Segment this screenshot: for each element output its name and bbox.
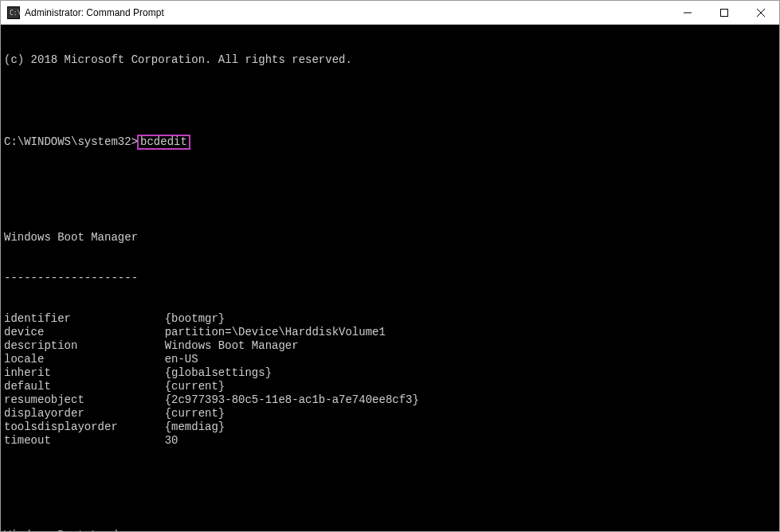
title-bar: C:\ Administrator: Command Prompt xyxy=(1,1,779,25)
section1-separator: -------------------- xyxy=(4,272,776,285)
cmd-icon: C:\ xyxy=(7,6,20,19)
section2-header: Windows Boot Loader xyxy=(4,529,776,531)
output-row: description Windows Boot Manager xyxy=(4,339,776,353)
output-row: identifier {bootmgr} xyxy=(4,312,776,326)
section1-rows: identifier {bootmgr}device partition=\De… xyxy=(4,312,776,448)
section1-header: Windows Boot Manager xyxy=(4,231,776,244)
close-button[interactable] xyxy=(743,1,779,24)
output-row: locale en-US xyxy=(4,353,776,366)
prompt-line-1: C:\WINDOWS\system32>bcdedit xyxy=(4,135,776,150)
output-row: device partition=\Device\HarddiskVolume1 xyxy=(4,326,776,339)
output-row: inherit {globalsettings} xyxy=(4,366,776,380)
output-row: resumeobject {2c977393-80c5-11e8-ac1b-a7… xyxy=(4,393,776,407)
window-controls xyxy=(669,1,779,24)
svg-rect-4 xyxy=(721,9,728,16)
copyright-line: (c) 2018 Microsoft Corporation. All righ… xyxy=(4,53,776,67)
output-row: timeout 30 xyxy=(4,434,776,448)
terminal-area[interactable]: (c) 2018 Microsoft Corporation. All righ… xyxy=(1,25,779,531)
command-prompt-window: C:\ Administrator: Command Prompt (c) 20… xyxy=(0,0,780,532)
window-title: Administrator: Command Prompt xyxy=(25,7,669,18)
output-row: default {current} xyxy=(4,380,776,393)
blank-line xyxy=(4,94,776,108)
prompt-path: C:\WINDOWS\system32> xyxy=(4,135,138,148)
blank-line xyxy=(4,488,776,502)
command-highlight: bcdedit xyxy=(137,135,190,150)
blank-line xyxy=(4,177,776,190)
maximize-button[interactable] xyxy=(706,1,743,24)
output-row: displayorder {current} xyxy=(4,407,776,421)
minimize-button[interactable] xyxy=(669,1,706,24)
svg-text:C:\: C:\ xyxy=(10,10,20,17)
output-row: toolsdisplayorder {memdiag} xyxy=(4,421,776,434)
